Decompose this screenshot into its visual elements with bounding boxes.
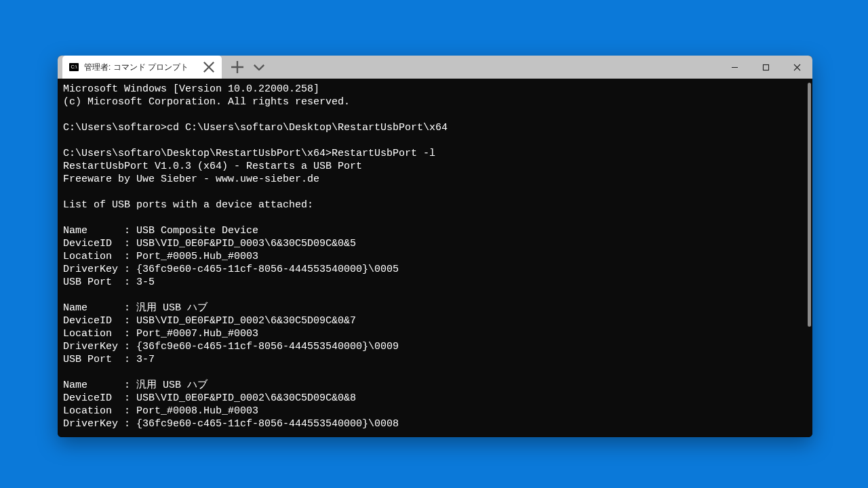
window-controls (719, 56, 812, 79)
svg-rect-5 (763, 64, 768, 70)
tab-title: 管理者: コマンド プロンプト (84, 62, 189, 73)
scrollbar-thumb[interactable] (808, 83, 811, 327)
tab-cmd[interactable]: C:\ 管理者: コマンド プロンプト (62, 56, 222, 79)
tab-actions (222, 56, 265, 79)
maximize-button[interactable] (750, 56, 781, 79)
minimize-button[interactable] (719, 56, 750, 79)
plus-icon (231, 61, 243, 73)
terminal-text: Microsoft Windows [Version 10.0.22000.25… (63, 83, 448, 430)
new-tab-button[interactable] (231, 61, 243, 73)
terminal-output[interactable]: Microsoft Windows [Version 10.0.22000.25… (58, 79, 812, 437)
tab-close-button[interactable] (203, 61, 215, 73)
minimize-icon (731, 64, 738, 71)
close-window-button[interactable] (781, 56, 812, 79)
close-icon (793, 64, 801, 71)
close-icon (203, 61, 215, 73)
terminal-window: C:\ 管理者: コマンド プロンプト Micro (58, 56, 812, 437)
titlebar[interactable]: C:\ 管理者: コマンド プロンプト (58, 56, 812, 79)
tab-dropdown-button[interactable] (253, 61, 265, 73)
maximize-icon (762, 64, 770, 71)
chevron-down-icon (253, 64, 265, 71)
cmd-icon: C:\ (69, 63, 79, 71)
